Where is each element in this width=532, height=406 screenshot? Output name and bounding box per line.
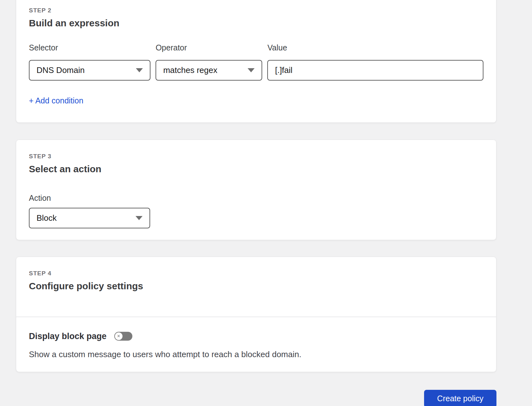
step2-label: STEP 2	[29, 7, 483, 14]
selector-label: Selector	[29, 43, 150, 52]
step3-title: Select an action	[29, 163, 483, 175]
step3-label: STEP 3	[29, 153, 483, 160]
toggle-off-x-icon: ✕	[115, 332, 123, 340]
display-block-page-toggle[interactable]: ✕	[114, 332, 132, 341]
step2-card: STEP 2 Build an expression Selector DNS …	[16, 0, 496, 123]
step4-card-header: STEP 4 Configure policy settings	[16, 257, 496, 317]
action-dropdown-value: Block	[37, 213, 57, 223]
step3-card: STEP 3 Select an action Action Block	[16, 140, 496, 240]
chevron-down-icon	[248, 68, 255, 72]
display-block-page-description: Show a custom message to users who attem…	[29, 350, 483, 359]
display-block-page-label: Display block page	[29, 331, 107, 341]
value-input[interactable]	[267, 60, 483, 81]
action-dropdown[interactable]: Block	[29, 208, 150, 228]
create-policy-button[interactable]: Create policy	[424, 390, 496, 406]
step4-card: STEP 4 Configure policy settings Display…	[16, 257, 496, 372]
value-label: Value	[267, 43, 483, 52]
add-condition-link[interactable]: + Add condition	[29, 96, 83, 105]
step4-label: STEP 4	[29, 270, 483, 277]
expression-fields-row: Selector DNS Domain Operator matches reg…	[29, 43, 483, 81]
chevron-down-icon	[136, 68, 143, 72]
display-block-page-row: Display block page ✕	[29, 331, 483, 341]
value-field: Value	[267, 43, 483, 81]
policy-builder-page: STEP 2 Build an expression Selector DNS …	[0, 0, 532, 406]
action-label: Action	[29, 193, 483, 203]
selector-dropdown[interactable]: DNS Domain	[29, 60, 150, 81]
operator-label: Operator	[156, 43, 262, 52]
operator-dropdown-value: matches regex	[163, 65, 217, 75]
chevron-down-icon	[136, 216, 143, 220]
step4-title: Configure policy settings	[29, 280, 483, 292]
selector-field: Selector DNS Domain	[29, 43, 150, 81]
operator-field: Operator matches regex	[156, 43, 262, 81]
selector-dropdown-value: DNS Domain	[37, 65, 85, 75]
footer: Create policy	[16, 390, 496, 406]
step4-card-body: Display block page ✕ Show a custom messa…	[16, 317, 496, 372]
operator-dropdown[interactable]: matches regex	[156, 60, 262, 81]
step2-title: Build an expression	[29, 17, 483, 29]
